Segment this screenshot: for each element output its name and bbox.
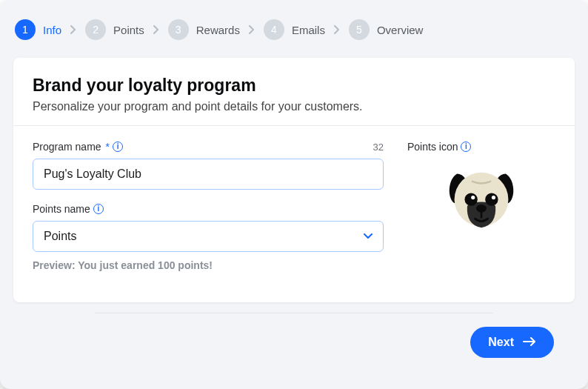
- program-name-input[interactable]: [33, 159, 384, 190]
- step-circle: 4: [264, 19, 284, 40]
- stepper: 1 Info 2 Points 3 Rewards 4 Emails 5: [13, 19, 575, 40]
- preview-text: Preview: You just earned 100 points!: [33, 259, 384, 271]
- chevron-right-icon: [334, 25, 340, 34]
- label-row: Program name * i 32: [33, 141, 384, 153]
- info-icon[interactable]: i: [113, 142, 123, 152]
- step-label: Rewards: [196, 24, 240, 36]
- points-icon-preview[interactable]: [407, 166, 555, 237]
- step-circle: 1: [15, 19, 36, 40]
- preview-value: You just earned 100 points!: [78, 259, 213, 271]
- info-icon[interactable]: i: [93, 204, 104, 214]
- step-circle: 5: [349, 19, 370, 40]
- step-label: Overview: [377, 24, 424, 36]
- label-row: Points name i: [33, 203, 384, 215]
- card: Brand your loyalty program Personalize y…: [13, 58, 575, 302]
- points-name-label-text: Points name: [33, 203, 90, 215]
- svg-point-3: [471, 196, 475, 199]
- points-icon-label-text: Points icon: [407, 141, 458, 153]
- step-emails[interactable]: 4 Emails: [264, 19, 325, 40]
- next-button[interactable]: Next: [470, 327, 554, 358]
- svg-point-2: [485, 193, 498, 205]
- svg-point-5: [476, 205, 487, 212]
- field-label: Points icon i: [407, 141, 555, 153]
- chevron-right-icon: [153, 25, 159, 34]
- chevron-right-icon: [249, 25, 255, 34]
- svg-point-1: [464, 193, 477, 205]
- field-label: Program name * i: [33, 141, 123, 153]
- points-name-select-wrap: Points: [33, 221, 384, 252]
- page-title: Brand your loyalty program: [33, 76, 555, 96]
- program-name-label-text: Program name: [33, 141, 101, 153]
- chevron-right-icon: [70, 25, 76, 34]
- page: 1 Info 2 Points 3 Rewards 4 Emails 5: [0, 0, 588, 389]
- step-rewards[interactable]: 3 Rewards: [168, 19, 240, 40]
- page-subtitle: Personalize your program and point detai…: [33, 100, 555, 113]
- arrow-right-icon: [523, 336, 536, 349]
- points-name-select[interactable]: Points: [33, 221, 384, 252]
- required-mark: *: [106, 141, 110, 153]
- step-circle: 3: [168, 19, 189, 40]
- chevron-down-icon: [364, 233, 372, 239]
- icon-column: Points icon i: [407, 141, 555, 285]
- info-icon[interactable]: i: [461, 142, 471, 152]
- step-circle: 2: [85, 19, 106, 40]
- divider: [95, 313, 493, 313]
- step-label: Emails: [292, 24, 325, 36]
- step-points[interactable]: 2 Points: [85, 19, 144, 40]
- step-label: Info: [43, 24, 61, 36]
- points-name-field: Points name i Points Preview:: [33, 203, 384, 271]
- field-label: Points name i: [33, 203, 104, 215]
- form-column: Program name * i 32 Points name i: [33, 141, 384, 285]
- next-button-label: Next: [488, 336, 514, 349]
- step-label: Points: [113, 24, 144, 36]
- step-info[interactable]: 1 Info: [15, 19, 61, 40]
- card-header: Brand your loyalty program Personalize y…: [13, 58, 575, 126]
- svg-point-4: [492, 196, 495, 199]
- footer: Next: [13, 327, 575, 358]
- select-value: Points: [44, 230, 76, 243]
- preview-label: Preview:: [33, 259, 76, 271]
- step-overview[interactable]: 5 Overview: [349, 19, 424, 40]
- program-name-field: Program name * i 32: [33, 141, 384, 190]
- char-counter: 32: [373, 142, 384, 153]
- card-body: Program name * i 32 Points name i: [13, 126, 575, 289]
- pug-icon: [443, 166, 520, 237]
